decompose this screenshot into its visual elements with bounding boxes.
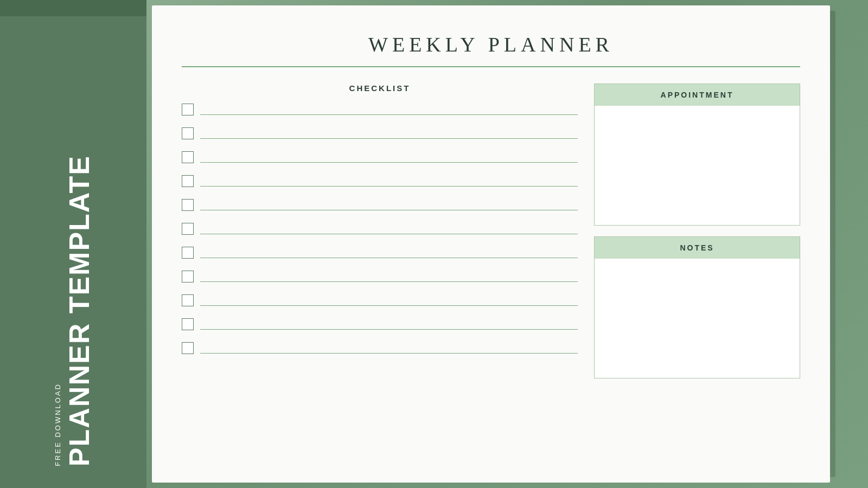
checkbox-6[interactable]	[182, 223, 194, 235]
checklist-line-9	[200, 305, 578, 306]
checklist-line-6	[200, 234, 578, 234]
checkbox-8[interactable]	[182, 271, 194, 282]
page-title: WEEKLY PLANNER	[182, 33, 800, 56]
title-divider	[182, 66, 800, 67]
checklist-line-8	[200, 281, 578, 282]
checklist-items	[182, 104, 578, 366]
checkbox-1[interactable]	[182, 104, 194, 115]
checklist-item	[182, 199, 578, 219]
appointment-title: APPOINTMENT	[605, 91, 789, 99]
checklist-line-1	[200, 114, 578, 115]
sidebar-free-download-label: FREE DOWNLOAD	[54, 383, 62, 466]
notes-title: NOTES	[605, 243, 789, 252]
checklist-item	[182, 104, 578, 123]
checkbox-3[interactable]	[182, 151, 194, 163]
checklist-item	[182, 151, 578, 171]
checklist-item	[182, 247, 578, 266]
checklist-line-3	[200, 162, 578, 163]
checklist-item	[182, 294, 578, 314]
appointment-panel-header: APPOINTMENT	[595, 84, 800, 106]
checkbox-2[interactable]	[182, 127, 194, 139]
checklist-item	[182, 342, 578, 362]
sidebar-labels: FREE DOWNLOAD PLANNER TEMPLATE	[54, 155, 93, 466]
checklist-line-2	[200, 138, 578, 139]
checklist-line-4	[200, 186, 578, 187]
right-section: APPOINTMENT NOTES	[594, 84, 800, 463]
checkbox-11[interactable]	[182, 342, 194, 354]
checklist-item	[182, 175, 578, 195]
checkbox-7[interactable]	[182, 247, 194, 259]
appointment-panel: APPOINTMENT	[594, 84, 800, 226]
paper: WEEKLY PLANNER CHECKLIST	[152, 5, 830, 483]
background-right: WEEKLY PLANNER CHECKLIST	[146, 0, 868, 488]
notes-panel-body[interactable]	[595, 259, 800, 378]
sidebar-top-accent	[0, 0, 146, 16]
sidebar-planner-template-label: PLANNER TEMPLATE	[65, 155, 93, 466]
checklist-line-7	[200, 258, 578, 258]
notes-panel: NOTES	[594, 236, 800, 378]
checklist-title: CHECKLIST	[349, 84, 411, 93]
checklist-line-11	[200, 353, 578, 354]
checkbox-10[interactable]	[182, 318, 194, 330]
sidebar: FREE DOWNLOAD PLANNER TEMPLATE	[0, 0, 146, 488]
checklist-item	[182, 223, 578, 242]
appointment-panel-body[interactable]	[595, 106, 800, 225]
checkbox-4[interactable]	[182, 175, 194, 187]
checklist-item	[182, 271, 578, 290]
checklist-line-10	[200, 329, 578, 330]
notes-panel-header: NOTES	[595, 237, 800, 259]
checklist-item	[182, 318, 578, 338]
checkbox-5[interactable]	[182, 199, 194, 211]
checkbox-9[interactable]	[182, 294, 194, 306]
checklist-section: CHECKLIST	[182, 84, 578, 463]
content-area: CHECKLIST	[182, 84, 800, 463]
checklist-line-5	[200, 210, 578, 210]
checklist-item	[182, 127, 578, 147]
